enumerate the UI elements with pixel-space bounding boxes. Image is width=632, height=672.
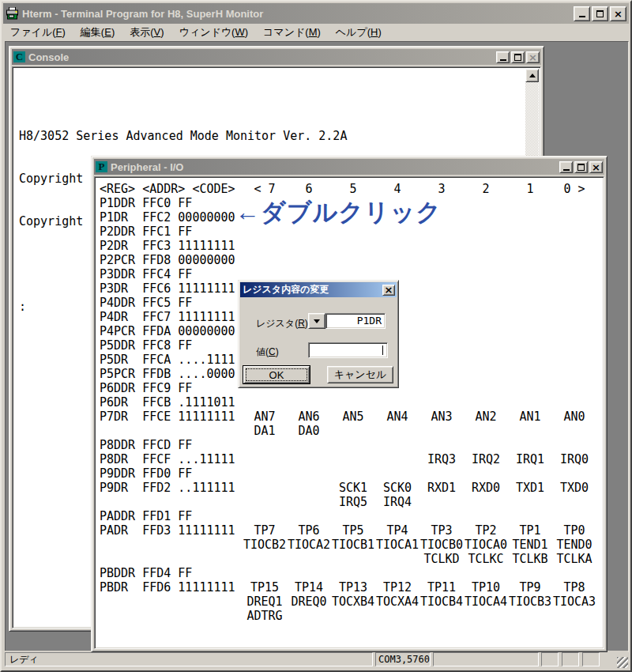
close-button[interactable]: × [610, 6, 626, 21]
bit-label: AN2 [464, 410, 508, 424]
register-text: P6DR FFCB .1111011 [100, 395, 243, 410]
status-ready: レディ [5, 652, 373, 666]
bit-label: TP3 [419, 523, 464, 538]
register-text: P7DR FFCE 11111111 [100, 410, 243, 424]
console-maximize-button[interactable] [511, 51, 525, 63]
register-row[interactable]: ADTRG [100, 609, 602, 623]
register-row[interactable]: PBDDR FFD4 FF [100, 566, 602, 580]
bit-label: TP8 [552, 580, 596, 595]
bit-label: TXD1 [508, 481, 552, 495]
register-text: PADDR FFD1 FF [100, 509, 243, 523]
bit-label: TIOCA0 [464, 538, 508, 552]
value-input[interactable] [308, 342, 388, 358]
menu-command[interactable]: コマンド(M) [259, 24, 325, 41]
resize-grip[interactable] [617, 657, 628, 668]
bit-column-header: 1 [508, 182, 552, 196]
register-combobox[interactable]: P1DR [308, 313, 386, 329]
bit-label: IRQ4 [375, 495, 419, 509]
maximize-button[interactable] [592, 6, 608, 21]
printer-app-icon [6, 7, 19, 20]
dialog-close-button[interactable]: × [382, 285, 395, 296]
menu-file[interactable]: ファイル(F) [6, 24, 70, 41]
peripheral-window-icon: P [96, 161, 107, 172]
menu-edit[interactable]: 編集(E) [77, 24, 118, 41]
bit-label: TP5 [331, 523, 375, 538]
bit-column-header: < 7 [243, 182, 287, 196]
dialog-titlebar[interactable]: レジスタ内容の変更 × [240, 282, 397, 297]
register-row[interactable]: IRQ5IRQ4 [100, 495, 602, 509]
bit-label: AN4 [375, 410, 419, 424]
bit-label: TP11 [419, 580, 464, 595]
bit-label: TIOCA2 [287, 538, 331, 552]
register-row[interactable]: P2PCR FFD8 00000000 [100, 253, 602, 267]
register-row[interactable]: TIOCB2TIOCA2TIOCB1TIOCA1TIOCB0TIOCA0TEND… [100, 538, 602, 552]
bit-label: DREQ0 [287, 595, 331, 609]
peripheral-minimize-button[interactable] [559, 161, 573, 173]
main-titlebar[interactable]: Hterm - Terminal Program for H8, SuperH … [3, 3, 629, 24]
bit-label: TP4 [375, 523, 419, 538]
bit-label: TP2 [464, 523, 508, 538]
maximize-icon [596, 10, 604, 17]
register-row[interactable]: PADR FFD3 11111111TP7TP6TP5TP4TP3TP2TP1T… [100, 523, 602, 538]
register-row[interactable]: P9DR FFD2 ..111111SCK1SCK0RXD1RXD0TXD1TX… [100, 481, 602, 495]
register-row[interactable]: DREQ1DREQ0TOCXB4TOCXA4TIOCB4TIOCA4TIOCB3… [100, 595, 602, 609]
peripheral-close-button[interactable]: × [589, 161, 603, 173]
bit-label: TP10 [464, 580, 508, 595]
cancel-button[interactable]: キャンセル [327, 366, 393, 383]
bit-label: IRQ3 [419, 452, 464, 466]
register-dropdown-button[interactable] [308, 313, 325, 329]
menu-help[interactable]: ヘルプ(H) [332, 24, 386, 41]
bit-label: TIOCA4 [464, 595, 508, 609]
bit-label: TCLKC [464, 552, 508, 566]
register-row[interactable]: P2DR FFC3 11111111 [100, 239, 602, 253]
ok-button[interactable]: OK [243, 366, 310, 383]
menu-window[interactable]: ウィンドウ(W) [175, 24, 252, 41]
bit-label: TP15 [243, 580, 287, 595]
register-value-field[interactable]: P1DR [325, 313, 386, 329]
bit-column-header: 2 [464, 182, 508, 196]
console-minimize-button[interactable] [496, 51, 510, 63]
register-row[interactable]: PADDR FFD1 FF [100, 509, 602, 523]
table-header-text: <REG> <ADDR> <CODE> [100, 182, 243, 196]
bit-label: TP13 [331, 580, 375, 595]
bit-label: TXD0 [552, 481, 596, 495]
bit-label: IRQ0 [552, 452, 596, 466]
console-titlebar[interactable]: C Console × [12, 49, 541, 65]
bit-label: RXD0 [464, 481, 508, 495]
register-row[interactable]: P8DDR FFCD FF [100, 438, 602, 452]
bit-label: DA1 [243, 424, 287, 438]
register-row[interactable]: DA1DA0 [100, 424, 602, 438]
register-text: P9DR FFD2 ..111111 [100, 481, 243, 495]
bit-label: AN0 [552, 410, 596, 424]
peripheral-titlebar[interactable]: P Peripheral - I/O × [94, 159, 604, 175]
bit-label: TIOCB3 [508, 595, 552, 609]
bit-label: IRQ1 [508, 452, 552, 466]
peripheral-window: P Peripheral - I/O × <REG> <ADDR> <CODE>… [91, 156, 608, 652]
register-text: P3DDR FFC4 FF [100, 267, 243, 281]
console-window-icon: C [13, 51, 25, 62]
register-row[interactable]: P6DR FFCB .1111011 [100, 395, 602, 410]
double-click-annotation: ←ダブルクリック [235, 196, 442, 229]
console-close-button[interactable]: × [526, 51, 540, 63]
bit-column-header: 5 [331, 182, 375, 196]
minimize-button[interactable] [574, 6, 590, 21]
register-row[interactable]: P8DR FFCF ...11111IRQ3IRQ2IRQ1IRQ0 [100, 452, 602, 466]
status-bar: レディ COM3,57600 [4, 651, 628, 668]
register-row[interactable]: PBDR FFD6 11111111TP15TP14TP13TP12TP11TP… [100, 580, 602, 595]
close-icon: × [385, 285, 393, 295]
minimize-icon [579, 16, 585, 17]
minimize-icon [563, 169, 570, 171]
peripheral-maximize-button[interactable] [574, 161, 588, 173]
bit-label: TIOCB2 [243, 538, 287, 552]
register-text: P8DDR FFCD FF [100, 438, 243, 452]
register-row[interactable]: TCLKDTCLKCTCLKBTCLKA [100, 552, 602, 566]
scroll-up-button[interactable] [525, 69, 539, 82]
register-row[interactable]: P7DR FFCE 11111111AN7AN6AN5AN4AN3AN2AN1A… [100, 410, 602, 424]
bit-label: TCLKA [552, 552, 596, 566]
status-panel-blank [433, 652, 539, 666]
register-row[interactable]: P9DDR FFD0 FF [100, 466, 602, 481]
bit-label: TP12 [375, 580, 419, 595]
bit-label: IRQ2 [464, 452, 508, 466]
bit-label: TIOCA3 [552, 595, 596, 609]
menu-view[interactable]: 表示(V) [126, 24, 167, 41]
